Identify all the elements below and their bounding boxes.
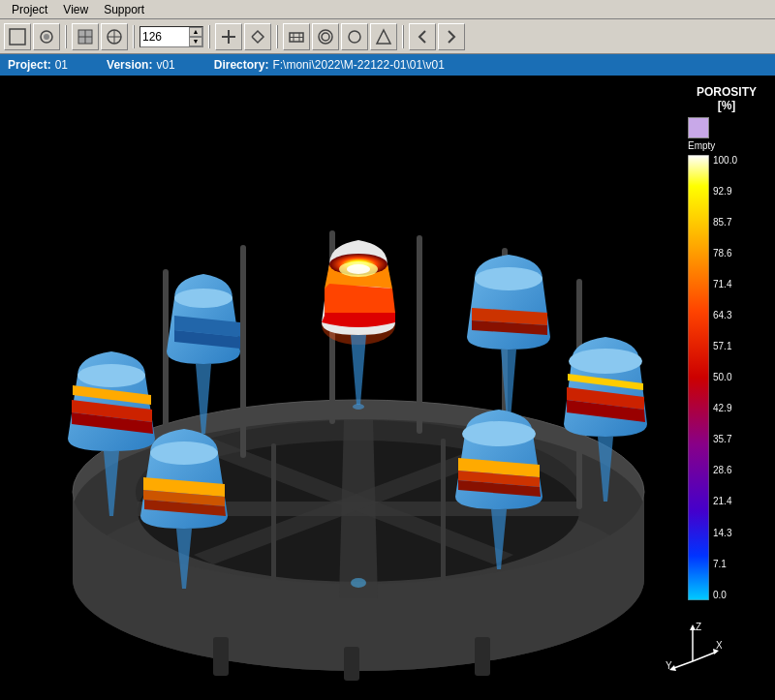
scene-svg [0, 76, 775, 700]
svg-rect-28 [344, 647, 359, 681]
toolbar-btn-2[interactable] [33, 23, 60, 50]
legend-title: POROSITY[%] [688, 85, 765, 113]
legend-val-6: 57.1 [713, 341, 737, 351]
menu-support[interactable]: Support [96, 1, 152, 18]
toolbar-btn-8[interactable] [312, 23, 339, 50]
viewport[interactable]: POROSITY[%] Empty [0, 76, 775, 700]
svg-point-43 [475, 267, 542, 290]
menu-view[interactable]: View [55, 1, 96, 18]
toolbar-btn-1[interactable] [4, 23, 31, 50]
infobar-project: Project: 01 [8, 58, 68, 72]
svg-point-3 [44, 34, 49, 40]
svg-point-48 [351, 578, 366, 588]
legend-val-1: 92.9 [713, 186, 737, 197]
toolbar-btn-9[interactable] [341, 23, 368, 50]
infobar-directory: Directory: F:\moni\2022\M-22122-01\01\v0… [214, 58, 445, 72]
legend-gradient-wrap: 100.0 92.9 85.7 78.6 71.4 64.3 57.1 50.0… [688, 155, 765, 602]
toolbar-btn-4[interactable] [101, 23, 128, 50]
legend-val-13: 7.1 [713, 559, 737, 569]
legend-val-2: 85.7 [713, 217, 737, 228]
svg-point-46 [150, 441, 218, 465]
legend-val-11: 21.4 [713, 496, 737, 506]
toolbar-btn-next[interactable] [438, 23, 465, 50]
project-value: 01 [55, 58, 68, 72]
legend-val-9: 35.7 [713, 434, 737, 444]
legend-val-7: 50.0 [713, 372, 737, 382]
toolbar: ▲ ▼ [0, 19, 775, 54]
toolbar-btn-3[interactable] [72, 23, 99, 50]
spin-up[interactable]: ▲ [189, 27, 202, 37]
toolbar-btn-7[interactable] [283, 23, 310, 50]
legend-val-10: 28.6 [713, 465, 737, 475]
directory-label: Directory: [214, 58, 269, 72]
legend-labels: 100.0 92.9 85.7 78.6 71.4 64.3 57.1 50.0… [713, 155, 737, 600]
spinner-controls: ▲ ▼ [189, 27, 202, 46]
toolbar-btn-6[interactable] [244, 23, 271, 50]
svg-point-47 [462, 421, 536, 446]
toolbar-spinner[interactable]: ▲ ▼ [140, 26, 203, 47]
svg-point-42 [174, 289, 232, 308]
legend-empty-label: Empty [688, 140, 765, 151]
axis-svg: Z X Y [664, 623, 722, 671]
legend-empty-swatch [688, 117, 709, 138]
infobar: Project: 01 Version: v01 Directory: F:\m… [0, 54, 775, 76]
svg-rect-1 [12, 31, 23, 43]
svg-rect-26 [213, 637, 229, 676]
project-label: Project: [8, 58, 51, 72]
svg-text:Y: Y [666, 660, 672, 671]
legend-val-8: 42.9 [713, 403, 737, 413]
toolbar-btn-5[interactable] [215, 23, 242, 50]
svg-marker-19 [377, 30, 390, 44]
svg-rect-36 [441, 439, 446, 613]
version-value: v01 [156, 58, 174, 72]
svg-text:X: X [716, 640, 722, 651]
svg-point-41 [353, 404, 364, 410]
axis-indicator: Z X Y [664, 623, 722, 671]
svg-rect-32 [417, 235, 422, 434]
menu-project[interactable]: Project [4, 1, 55, 18]
svg-point-45 [569, 349, 642, 374]
spin-down[interactable]: ▼ [189, 37, 202, 46]
legend-val-0: 100.0 [713, 155, 737, 166]
svg-text:Z: Z [696, 623, 701, 632]
svg-point-16 [319, 30, 332, 44]
svg-rect-18 [349, 31, 360, 43]
directory-value: F:\moni\2022\M-22122-01\01\v01 [272, 58, 444, 72]
svg-point-40 [347, 264, 370, 274]
svg-point-17 [322, 33, 329, 41]
legend-val-14: 0.0 [713, 590, 737, 600]
toolbar-sep-3 [208, 25, 210, 48]
svg-rect-35 [271, 443, 276, 618]
porosity-legend: POROSITY[%] Empty [688, 85, 765, 602]
toolbar-sep-5 [402, 25, 404, 48]
toolbar-sep-4 [276, 25, 278, 48]
infobar-version: Version: v01 [107, 58, 175, 72]
legend-val-5: 64.3 [713, 310, 737, 320]
svg-line-53 [693, 652, 717, 661]
legend-val-4: 71.4 [713, 279, 737, 289]
legend-gradient-bar [688, 155, 709, 602]
svg-rect-49 [688, 155, 709, 600]
menubar: Project View Support [0, 0, 775, 19]
toolbar-sep-1 [65, 25, 67, 48]
svg-point-44 [78, 364, 145, 387]
svg-rect-30 [240, 245, 246, 458]
toolbar-btn-prev[interactable] [409, 23, 436, 50]
spinner-input[interactable] [140, 27, 189, 46]
svg-rect-27 [475, 637, 490, 676]
toolbar-sep-2 [133, 25, 135, 48]
gradient-svg [688, 155, 709, 600]
legend-val-3: 78.6 [713, 248, 737, 259]
version-label: Version: [107, 58, 152, 72]
toolbar-btn-10[interactable] [370, 23, 397, 50]
legend-val-12: 14.3 [713, 528, 737, 538]
